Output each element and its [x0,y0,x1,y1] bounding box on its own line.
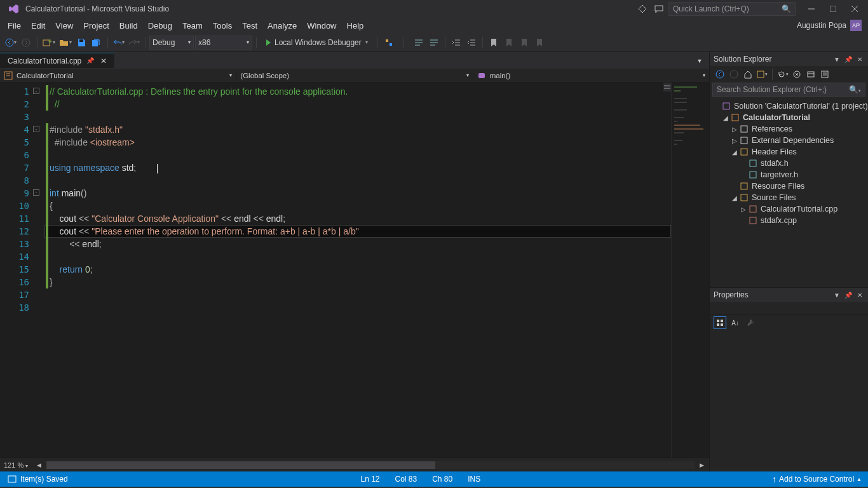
status-bar: Item(s) Saved Ln 12 Col 83 Ch 80 INS ↑ A… [0,471,868,487]
menu-analyze[interactable]: Analyze [262,20,302,32]
panel-dropdown-icon[interactable]: ▼ [832,290,841,299]
document-tabs: CalculatorTutorial.cpp 📌 ✕ ▼ [0,52,709,69]
tree-node[interactable]: ◢Source Files [710,192,868,203]
minimize-button[interactable] [801,1,822,17]
menu-debug[interactable]: Debug [143,20,177,32]
solution-search-input[interactable]: Search Solution Explorer (Ctrl+;) 🔍▾ [712,83,865,97]
new-project-button[interactable]: ▾ [41,36,57,50]
svg-rect-22 [741,183,747,189]
refresh-icon[interactable]: ▾ [776,68,789,81]
tree-node[interactable]: ▷CalculatorTutorial.cpp [710,203,868,215]
tree-node[interactable]: ◢Header Files [710,146,868,158]
comment-button[interactable] [412,36,426,50]
editor-footer: 121 % ▾ ◀ ▶ [0,458,709,471]
editor-pane: CalculatorTutorial.cpp 📌 ✕ ▼ CalculatorT… [0,52,709,471]
clear-bookmark-button[interactable] [532,36,546,50]
svg-rect-29 [721,323,723,326]
save-status: Item(s) Saved [0,475,76,484]
properties-panel: Properties ▼ 📌 ✕ A↓ [710,287,868,471]
scroll-left-button[interactable]: ◀ [36,462,43,468]
tree-node[interactable]: ▷References [710,123,868,135]
tab-calculatortutorial[interactable]: CalculatorTutorial.cpp 📌 ✕ [0,53,114,68]
wrench-icon[interactable] [744,316,757,329]
fwd-icon[interactable] [728,68,740,81]
zoom-level[interactable]: 121 % ▾ [4,461,36,469]
close-panel-icon[interactable]: ✕ [855,55,864,64]
play-icon [266,39,271,46]
svg-rect-17 [741,126,747,132]
platform-select[interactable]: x86▾ [195,36,252,50]
sync-icon[interactable]: ▾ [756,68,768,81]
scroll-right-button[interactable]: ▶ [698,462,705,468]
close-tab-button[interactable]: ✕ [99,57,108,65]
tree-node[interactable]: stdafx.h [710,158,868,169]
tree-node[interactable]: Solution 'CalculatorTutorial' (1 project… [710,100,868,112]
undo-button[interactable]: ▾ [112,36,126,50]
nav-bar: CalculatorTutorial ▾ (Global Scope) ▾ ma… [0,69,709,83]
svg-point-2 [6,39,13,46]
config-select[interactable]: Debug▾ [149,36,194,50]
outdent-button[interactable] [465,36,478,50]
source-control-button[interactable]: ↑ Add to Source Control ▲ [766,474,868,484]
redo-button[interactable]: ▾ [127,36,141,50]
tree-node[interactable]: Resource Files [710,180,868,192]
menu-edit[interactable]: Edit [26,20,50,32]
menu-window[interactable]: Window [302,20,341,32]
uncomment-button[interactable] [427,36,441,50]
menu-build[interactable]: Build [114,20,143,32]
menu-project[interactable]: Project [78,20,114,32]
svg-rect-1 [830,6,836,12]
close-panel-icon[interactable]: ✕ [855,290,864,299]
nav-project[interactable]: CalculatorTutorial ▾ [0,71,236,80]
nav-scope[interactable]: (Global Scope) ▾ [236,72,473,79]
quick-launch-input[interactable]: Quick Launch (Ctrl+Q) 🔍 [668,2,796,16]
panel-dropdown-icon[interactable]: ▼ [832,55,841,64]
tree-node[interactable]: targetver.h [710,169,868,180]
menu-file[interactable]: File [3,20,26,32]
properties-toolbar: A↓ [710,315,868,331]
user-account[interactable]: Augustin Popa AP [797,20,865,31]
solution-explorer-header[interactable]: Solution Explorer ▼ 📌 ✕ [710,52,868,66]
nav-back-button[interactable]: ▾ [4,36,18,50]
save-all-button[interactable] [90,36,104,50]
back-icon[interactable] [714,68,726,81]
tree-node[interactable]: ▷External Dependencies [710,135,868,146]
menu-view[interactable]: View [50,20,78,32]
code-editor[interactable]: 1-234-56789-101112131415161718 // Calcul… [0,83,709,458]
start-debug-button[interactable]: Local Windows Debugger ▾ [261,36,374,50]
alpha-sort-icon[interactable]: A↓ [729,316,742,329]
solution-tree[interactable]: Solution 'CalculatorTutorial' (1 project… [710,99,868,287]
pin-icon[interactable]: 📌 [844,55,853,64]
minimap[interactable] [671,83,709,458]
tab-dropdown-button[interactable]: ▼ [693,54,707,68]
pin-icon[interactable]: 📌 [86,57,94,64]
categorize-icon[interactable] [714,316,726,329]
maximize-button[interactable] [822,1,844,17]
horizontal-scrollbar[interactable] [46,461,695,469]
collapse-icon[interactable] [790,68,803,81]
tree-node[interactable]: ◢CalculatorTutorial [710,112,868,123]
menu-tools[interactable]: Tools [208,20,237,32]
menu-team[interactable]: Team [177,20,208,32]
properties-header[interactable]: Properties ▼ 📌 ✕ [710,288,868,302]
home-icon[interactable] [742,68,754,81]
pin-icon[interactable]: 📌 [844,290,853,299]
menu-help[interactable]: Help [342,20,369,32]
showall-icon[interactable] [804,68,817,81]
properties-icon[interactable] [818,68,831,81]
menu-test[interactable]: Test [237,20,262,32]
indent-button[interactable] [449,36,463,50]
step-over-button[interactable] [382,36,396,50]
tree-node[interactable]: stdafx.cpp [710,215,868,226]
close-button[interactable] [844,1,865,17]
save-button[interactable] [74,36,88,50]
feedback-icon[interactable] [652,2,666,16]
nav-fwd-button[interactable] [19,36,33,50]
tab-label: CalculatorTutorial.cpp [8,57,81,65]
bookmark-button[interactable] [487,36,501,50]
notifications-icon[interactable] [635,2,649,16]
next-bookmark-button[interactable] [517,36,531,50]
nav-member[interactable]: main() ▾ [473,71,709,80]
prev-bookmark-button[interactable] [502,36,516,50]
open-button[interactable]: ▾ [58,36,73,50]
